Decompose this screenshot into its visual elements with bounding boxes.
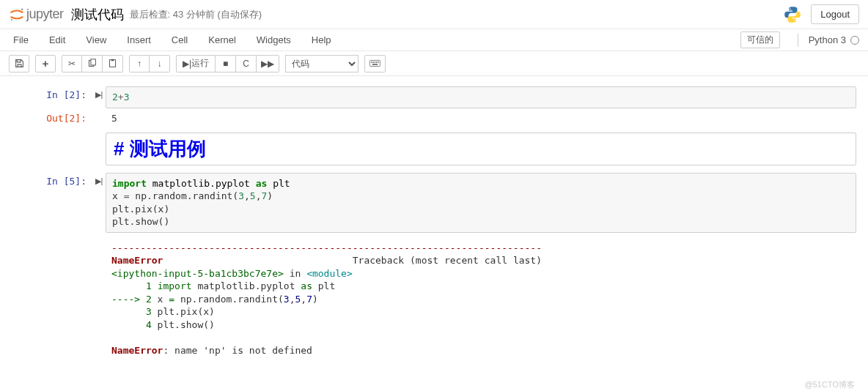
paste-button[interactable] <box>103 55 123 72</box>
code-input[interactable]: import matplotlib.pyplot as plt x = np.r… <box>106 173 856 233</box>
save-button[interactable] <box>9 55 29 72</box>
jupyter-icon <box>9 7 25 23</box>
python-icon <box>783 5 802 24</box>
svg-rect-12 <box>376 62 378 63</box>
jupyter-logo[interactable]: jupyter <box>9 7 64 23</box>
output-row: ----------------------------------------… <box>12 237 856 362</box>
kernel-name: Python 3 <box>809 34 846 45</box>
svg-rect-14 <box>372 64 378 65</box>
menu-insert[interactable]: Insert <box>117 31 161 49</box>
svg-rect-11 <box>375 62 376 63</box>
menu-help[interactable]: Help <box>301 31 342 49</box>
restart-button[interactable]: C <box>236 55 257 72</box>
svg-rect-5 <box>91 59 96 65</box>
command-palette-button[interactable] <box>364 55 386 72</box>
notebook-name[interactable]: 测试代码 <box>71 6 124 23</box>
svg-point-1 <box>11 19 12 21</box>
toolbar: + ✂ ↑ ↓ ▶| 运行 ■ C ▶▶ 代码 <box>0 51 868 76</box>
input-prompt: In [5]: <box>12 173 92 233</box>
logout-button[interactable]: Logout <box>811 4 859 24</box>
run-indicator-icon: ▶| <box>92 173 106 233</box>
restart-icon: C <box>243 59 249 69</box>
menu-widgets[interactable]: Widgets <box>246 31 301 49</box>
trusted-indicator[interactable]: 可信的 <box>740 31 780 48</box>
output-row: Out[2]: 5 <box>12 110 856 127</box>
run-icon: ▶| <box>183 59 191 69</box>
menubar: File Edit View Insert Cell Kernel Widget… <box>0 29 868 51</box>
header-bar: jupyter 测试代码 最后检查: 43 分钟前 (自动保存) Logout <box>0 0 868 29</box>
fast-forward-icon: ▶▶ <box>261 59 274 69</box>
kernel-indicator: Python 3 <box>795 34 859 47</box>
svg-rect-7 <box>111 59 114 61</box>
cut-button[interactable]: ✂ <box>62 55 82 72</box>
stop-icon: ■ <box>223 59 228 69</box>
menu-file[interactable]: File <box>9 31 39 49</box>
output-prompt: Out[2]: <box>12 110 92 127</box>
menu-edit[interactable]: Edit <box>39 31 76 49</box>
keyboard-icon <box>369 59 380 67</box>
notebook-container: In [2]: ▶| 2+3 Out[2]: 5 # 测试用例 In [5]: … <box>0 76 868 378</box>
arrow-down-icon: ↓ <box>158 59 162 69</box>
copy-button[interactable] <box>82 55 103 72</box>
kernel-status-icon <box>850 36 859 45</box>
logo-text: jupyter <box>26 7 64 22</box>
paste-icon <box>108 59 117 68</box>
svg-point-0 <box>21 8 23 10</box>
menu-kernel[interactable]: Kernel <box>198 31 246 49</box>
run-button[interactable]: ▶| 运行 <box>176 55 216 72</box>
code-cell[interactable]: In [2]: ▶| 2+3 <box>12 86 856 108</box>
code-input[interactable]: 2+3 <box>106 86 856 108</box>
menu-view[interactable]: View <box>76 31 117 49</box>
save-icon <box>15 59 24 68</box>
error-output: ----------------------------------------… <box>106 237 856 362</box>
svg-rect-8 <box>370 60 380 66</box>
move-down-button[interactable]: ↓ <box>150 55 170 72</box>
interrupt-button[interactable]: ■ <box>216 55 236 72</box>
input-prompt: In [2]: <box>12 86 92 108</box>
restart-run-all-button[interactable]: ▶▶ <box>257 55 279 72</box>
svg-point-3 <box>795 19 796 21</box>
code-cell[interactable]: In [5]: ▶| import matplotlib.pyplot as p… <box>12 173 856 233</box>
svg-rect-13 <box>378 62 379 63</box>
output-text: 5 <box>106 110 856 127</box>
copy-icon <box>87 59 97 68</box>
menu-cell[interactable]: Cell <box>161 31 198 49</box>
svg-rect-9 <box>371 62 372 63</box>
move-up-button[interactable]: ↑ <box>129 55 150 72</box>
cell-type-select[interactable]: 代码 <box>285 55 358 72</box>
plus-icon: + <box>43 57 49 70</box>
arrow-up-icon: ↑ <box>137 59 141 69</box>
cut-icon: ✂ <box>68 59 76 69</box>
svg-rect-10 <box>373 62 375 63</box>
add-cell-button[interactable]: + <box>35 55 56 72</box>
run-indicator-icon: ▶| <box>92 86 106 108</box>
checkpoint-status: 最后检查: 43 分钟前 (自动保存) <box>130 8 262 21</box>
markdown-cell[interactable]: # 测试用例 <box>12 133 856 165</box>
markdown-rendered[interactable]: # 测试用例 <box>106 133 856 165</box>
svg-point-2 <box>790 8 791 10</box>
